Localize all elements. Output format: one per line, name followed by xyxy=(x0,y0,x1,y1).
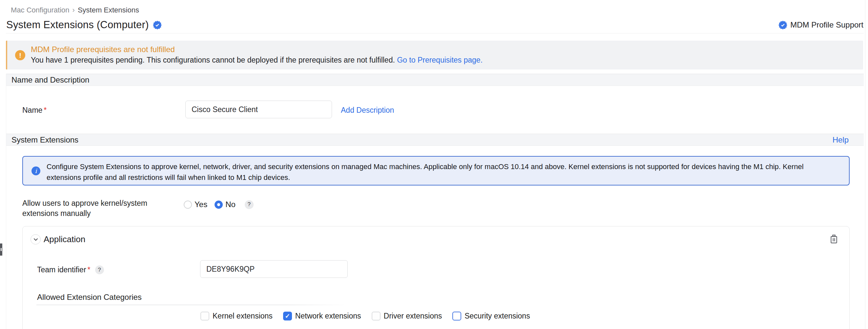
handle-middle-segment xyxy=(0,248,2,252)
allowed-extension-categories-label: Allowed Extension Categories xyxy=(37,293,142,302)
team-identifier-required-marker: * xyxy=(88,265,91,274)
breadcrumb-separator-icon: › xyxy=(72,6,75,14)
name-label: Name xyxy=(22,106,42,114)
chevron-down-icon xyxy=(33,237,38,242)
radio-option-no[interactable]: No xyxy=(215,200,236,209)
panel-collapse-handle[interactable] xyxy=(0,243,2,256)
team-identifier-label: Team identifier xyxy=(37,265,86,274)
kernel-extensions-checkbox-icon[interactable]: ✓ xyxy=(200,311,209,321)
help-link[interactable]: Help xyxy=(833,135,849,144)
delete-application-button[interactable] xyxy=(829,234,839,244)
allow-users-label: Allow users to approve kernel/system ext… xyxy=(22,198,168,219)
mdm-configuration-page: Mac Configuration › System Extensions Sy… xyxy=(0,0,868,329)
page-title: System Extensions (Computer) xyxy=(6,19,149,31)
extension-categories-checkbox-row: ✓ Kernel extensions ✓ Network extensions… xyxy=(200,311,530,321)
breadcrumb-system-extensions[interactable]: System Extensions xyxy=(78,6,139,14)
collapse-application-button[interactable] xyxy=(31,234,41,244)
team-identifier-help-icon[interactable]: ? xyxy=(95,265,104,274)
page-title-row: System Extensions (Computer) xyxy=(6,19,162,31)
alert-message: You have 1 prerequisites pending. This c… xyxy=(31,56,483,65)
checkbox-security-extensions[interactable]: Security extensions xyxy=(453,311,530,321)
radio-yes-circle-icon[interactable] xyxy=(184,201,192,209)
breadcrumb-mac-configuration[interactable]: Mac Configuration xyxy=(11,6,69,14)
checkbox-network-extensions[interactable]: ✓ Network extensions xyxy=(283,311,361,321)
network-extensions-checkbox-icon[interactable]: ✓ xyxy=(283,311,292,321)
name-field-row: Name* xyxy=(22,106,46,115)
application-card: Application Team identifier* ? Allowed E… xyxy=(22,226,849,329)
driver-extensions-label[interactable]: Driver extensions xyxy=(384,311,442,321)
handle-bottom-segment xyxy=(0,252,2,256)
radio-yes-label[interactable]: Yes xyxy=(194,200,207,209)
application-card-title: Application xyxy=(43,234,85,244)
section-name-and-description: Name and Description xyxy=(6,74,864,86)
right-panel-edge xyxy=(865,0,865,329)
prerequisites-alert: ! MDM Profile prerequisites are not fulf… xyxy=(6,41,863,69)
alert-message-text: You have 1 prerequisites pending. This c… xyxy=(31,56,395,64)
go-to-prerequisites-link[interactable]: Go to Prerequisites page. xyxy=(397,56,483,64)
name-required-marker: * xyxy=(43,106,46,114)
radio-no-circle-icon[interactable] xyxy=(215,201,223,209)
mdm-profile-seal-icon xyxy=(778,21,787,30)
checkbox-kernel-extensions[interactable]: ✓ Kernel extensions xyxy=(200,311,273,321)
categories-divider xyxy=(36,305,348,305)
alert-title: MDM Profile prerequisites are not fulfil… xyxy=(31,45,175,54)
info-icon: i xyxy=(31,166,40,175)
radio-no-label[interactable]: No xyxy=(225,200,236,209)
breadcrumb: Mac Configuration › System Extensions xyxy=(11,6,139,14)
allow-users-help-icon[interactable]: ? xyxy=(245,200,254,209)
driver-extensions-checkbox-icon[interactable]: ✓ xyxy=(372,311,380,321)
team-identifier-input[interactable] xyxy=(200,260,348,278)
handle-top-segment xyxy=(0,243,2,248)
trash-icon xyxy=(829,234,839,244)
header-divider xyxy=(6,33,864,33)
system-extensions-title: System Extensions xyxy=(11,135,79,144)
allow-users-radio-group: Yes No ? xyxy=(184,200,254,209)
info-text: Configure System Extensions to approve k… xyxy=(46,161,837,183)
mdm-profile-support: MDM Profile Support xyxy=(778,20,863,30)
name-and-description-title: Name and Description xyxy=(11,75,89,85)
system-extensions-info-box: i Configure System Extensions to approve… xyxy=(22,156,849,186)
network-extensions-label[interactable]: Network extensions xyxy=(295,311,361,321)
warning-icon: ! xyxy=(15,50,25,60)
team-identifier-row: Team identifier* ? xyxy=(37,265,104,274)
checkbox-driver-extensions[interactable]: ✓ Driver extensions xyxy=(372,311,442,321)
radio-option-yes[interactable]: Yes xyxy=(184,200,207,209)
security-extensions-checkbox-icon[interactable] xyxy=(453,311,461,321)
security-extensions-label[interactable]: Security extensions xyxy=(465,311,530,321)
add-description-link[interactable]: Add Description xyxy=(341,106,394,115)
verified-seal-icon xyxy=(153,21,162,30)
kernel-extensions-label[interactable]: Kernel extensions xyxy=(213,311,273,321)
mdm-profile-support-label: MDM Profile Support xyxy=(790,20,863,30)
name-input[interactable] xyxy=(185,101,332,118)
section-system-extensions: System Extensions Help xyxy=(6,134,864,146)
